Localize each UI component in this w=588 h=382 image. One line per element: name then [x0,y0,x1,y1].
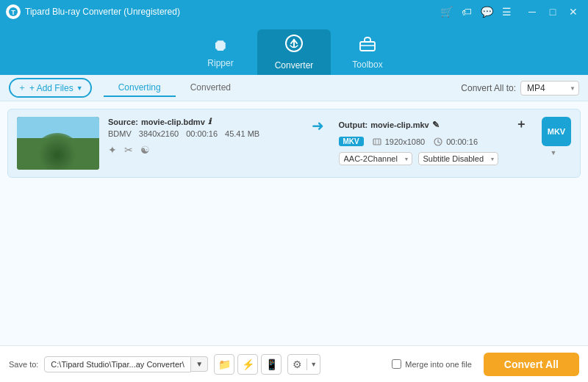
folder-icon-button[interactable]: 📁 [214,354,234,375]
settings-dropdown-icon: ▼ [307,361,320,368]
edit-icon[interactable]: ✎ [432,120,440,130]
thumbnail [17,117,99,170]
output-resolution-spec: 1920x1080 [373,137,425,146]
merge-label: Merge into one file [405,360,472,369]
sub-tab-converting[interactable]: Converting [104,79,176,97]
merge-checkbox[interactable] [392,359,401,369]
bottom-icons: 📁 ⚡ 📱 [214,354,282,375]
minimize-button[interactable]: ─ [523,4,541,19]
nav-bar: ⏺ Ripper Converter Toolbox [0,24,588,75]
ripper-icon: ⏺ [212,36,229,55]
svg-rect-3 [360,42,375,51]
thumbnail-image [17,117,99,170]
output-line: Output: movie-clip.mkv ✎ ＋ [339,117,528,132]
effects-icon[interactable]: ☯ [140,144,150,156]
save-path-input-wrap: ▼ [44,356,208,372]
arrow-area: ➜ [306,117,330,134]
add-output-icon[interactable]: ＋ [515,117,527,132]
window-controls: ─ □ ✕ [523,4,582,19]
sub-tabs: Converting Converted [104,79,245,97]
plus-icon: ＋ [18,82,26,94]
save-path-input[interactable] [44,356,191,372]
svg-text:T: T [11,9,15,16]
file-size: 45.41 MB [225,129,259,138]
ripper-label: Ripper [207,58,233,68]
toolbox-icon [359,35,376,57]
convert-all-button[interactable]: Convert All [484,353,579,376]
converter-icon [284,34,304,57]
menu-icon[interactable]: ☰ [502,6,512,18]
output-resolution: 1920x1080 [385,137,425,146]
sub-tab-converted[interactable]: Converted [176,79,245,97]
output-selects: AAC-2Channel AAC-5.1 MP3 Subtitle Disabl… [339,152,528,165]
chat-icon[interactable]: 💬 [481,6,493,18]
output-filename: movie-clip.mkv [370,120,429,129]
subtitle-select-wrap: Subtitle Disabled Subtitle Enabled [418,152,498,165]
toolbox-label: Toolbox [352,60,382,70]
audio-select[interactable]: AAC-2Channel AAC-5.1 MP3 [339,152,412,165]
format-select[interactable]: MP4 MKV AVI MOV [520,81,579,96]
titlebar-action-icons: 🛒 🏷 💬 ☰ [440,6,512,18]
path-dropdown-button[interactable]: ▼ [191,356,208,372]
merge-checkbox-label: Merge into one file [392,359,472,369]
output-area: Output: movie-clip.mkv ✎ ＋ MKV 1920x1080… [339,117,528,165]
convert-arrow-icon: ➜ [312,117,324,134]
converter-label: Converter [275,60,314,71]
app-logo: T [6,4,21,19]
cut-icon[interactable]: ✂ [124,144,133,156]
file-duration: 00:00:16 [186,129,218,138]
add-files-dropdown-icon[interactable]: ▼ [76,84,83,92]
usb-icon-button[interactable]: ⚡ [237,354,258,375]
mobile-icon-button[interactable]: 📱 [261,354,282,375]
tag-icon[interactable]: 🏷 [462,6,472,18]
output-duration-spec: 00:00:16 [434,137,478,146]
output-format-icon[interactable]: MKV [542,117,571,146]
file-actions: ✦ ✂ ☯ [108,144,297,156]
close-button[interactable]: ✕ [564,4,582,19]
info-icon[interactable]: ℹ [208,117,211,126]
sparkle-icon[interactable]: ✦ [108,144,117,156]
file-format: BDMV [108,129,132,138]
source-filename: movie-clip.bdmv [141,118,205,126]
output-format-badge: MKV [339,137,364,146]
tab-ripper[interactable]: ⏺ Ripper [184,29,257,75]
format-dropdown-arrow[interactable]: ▼ [551,149,557,156]
file-meta: BDMV 3840x2160 00:00:16 45.41 MB [108,129,297,138]
add-files-button[interactable]: ＋ + Add Files ▼ [9,78,92,98]
subtitle-select[interactable]: Subtitle Disabled Subtitle Enabled [418,152,498,165]
app-title: Tipard Blu-ray Converter (Unregistered) [25,7,440,17]
svg-rect-5 [373,139,381,145]
convert-all-to: Convert All to: MP4 MKV AVI MOV [461,81,579,96]
add-files-label: + Add Files [29,83,74,93]
cart-icon[interactable]: 🛒 [440,6,453,18]
save-to-label: Save to: [9,360,38,369]
svg-line-10 [438,142,440,143]
file-resolution: 3840x2160 [139,129,179,138]
output-label: Output: [339,120,368,129]
audio-select-wrap: AAC-2Channel AAC-5.1 MP3 [339,152,412,165]
file-card: Source: movie-clip.bdmv ℹ BDMV 3840x2160… [7,109,581,178]
convert-all-label: Convert All [504,358,559,370]
file-info: Source: movie-clip.bdmv ℹ BDMV 3840x2160… [108,117,297,156]
gear-icon: ⚙ [288,358,307,370]
tab-toolbox[interactable]: Toolbox [331,29,404,75]
convert-all-to-label: Convert All to: [461,83,516,93]
source-label: Source: [108,118,138,126]
source-line: Source: movie-clip.bdmv ℹ [108,117,297,126]
toolbar: ＋ + Add Files ▼ Converting Converted Con… [0,75,588,101]
output-duration: 00:00:16 [446,137,478,146]
tab-converter[interactable]: Converter [257,29,331,75]
format-icon-label: MKV [548,127,565,136]
main-content: Source: movie-clip.bdmv ℹ BDMV 3840x2160… [0,101,588,345]
format-select-wrap: MP4 MKV AVI MOV [520,81,579,96]
maximize-button[interactable]: □ [544,4,562,19]
settings-button[interactable]: ⚙ ▼ [287,354,320,375]
output-specs: MKV 1920x1080 00:00:16 [339,137,528,146]
titlebar: T Tipard Blu-ray Converter (Unregistered… [0,0,588,24]
bottom-bar: Save to: ▼ 📁 ⚡ 📱 ⚙ ▼ Merge into one file… [0,345,588,382]
